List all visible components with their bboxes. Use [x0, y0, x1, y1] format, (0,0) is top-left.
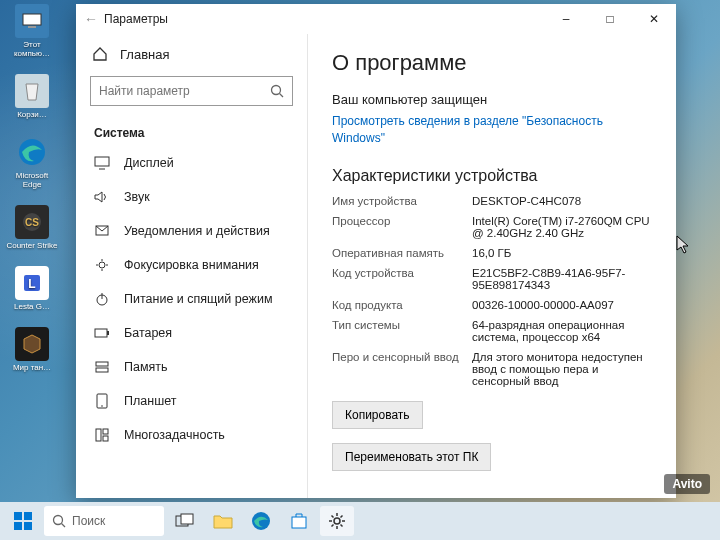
desktop-icons-column: Этот компью… Корзи… Microsoft Edge CSCou… — [6, 4, 58, 372]
sidebar: Главная Система Дисплей Звук Уведомления… — [76, 34, 308, 498]
settings-window: ← Параметры – □ ✕ Главная Система Диспле… — [76, 4, 676, 498]
sidebar-section-label: Система — [76, 116, 307, 146]
sidebar-item-sound[interactable]: Звук — [76, 180, 307, 214]
spec-key-pen-touch: Перо и сенсорный ввод — [332, 351, 462, 387]
desktop-icon-cs[interactable]: CSCounter Strike — [6, 205, 58, 250]
svg-line-8 — [280, 94, 284, 98]
start-button[interactable] — [6, 506, 40, 536]
svg-text:L: L — [28, 277, 35, 291]
spec-key-ram: Оперативная память — [332, 247, 462, 259]
watermark: Avito — [664, 474, 710, 494]
search-box[interactable] — [90, 76, 293, 106]
rename-pc-button[interactable]: Переименовать этот ПК — [332, 443, 491, 471]
svg-point-34 — [334, 518, 340, 524]
sidebar-item-focus[interactable]: Фокусировка внимания — [76, 248, 307, 282]
window-title: Параметры — [104, 12, 168, 26]
maximize-button[interactable]: □ — [588, 4, 632, 34]
svg-rect-17 — [96, 362, 108, 366]
device-specs-grid: Имя устройства DESKTOP-C4HC078 Процессор… — [332, 195, 652, 387]
desktop-icon-this-pc[interactable]: Этот компью… — [6, 4, 58, 58]
copy-button[interactable]: Копировать — [332, 401, 423, 429]
power-icon — [94, 291, 110, 307]
nav-label: Память — [124, 360, 168, 374]
svg-rect-18 — [96, 368, 108, 372]
taskbar-app-store[interactable] — [282, 506, 316, 536]
security-link[interactable]: Просмотреть сведения в разделе "Безопасн… — [332, 113, 652, 147]
storage-icon — [94, 359, 110, 375]
sidebar-item-display[interactable]: Дисплей — [76, 146, 307, 180]
nav-label: Звук — [124, 190, 150, 204]
svg-line-29 — [62, 524, 66, 528]
spec-val-device-id: E21C5BF2-C8B9-41A6-95F7-95E898174343 — [472, 267, 652, 291]
notifications-icon — [94, 223, 110, 239]
taskbar-app-explorer[interactable] — [206, 506, 240, 536]
spec-key-cpu: Процессор — [332, 215, 462, 239]
svg-rect-15 — [95, 329, 107, 337]
taskbar-search-label: Поиск — [72, 514, 105, 528]
svg-rect-16 — [107, 331, 109, 335]
desktop-icon-label: Мир тан… — [13, 363, 51, 372]
titlebar[interactable]: ← Параметры – □ ✕ — [76, 4, 676, 34]
svg-point-12 — [99, 262, 105, 268]
home-icon — [92, 46, 108, 62]
sidebar-home[interactable]: Главная — [90, 40, 293, 68]
page-heading: О программе — [332, 50, 652, 76]
svg-rect-23 — [103, 436, 108, 441]
svg-point-28 — [54, 516, 63, 525]
protected-label: Ваш компьютер защищен — [332, 92, 652, 107]
taskbar[interactable]: Поиск — [0, 502, 720, 540]
content-pane: О программе Ваш компьютер защищен Просмо… — [308, 34, 676, 498]
desktop-icon-label: Microsoft Edge — [6, 171, 58, 189]
svg-rect-21 — [96, 429, 101, 441]
desktop-icon-lesta[interactable]: LLesta G… — [6, 266, 58, 311]
search-input[interactable] — [99, 84, 262, 98]
svg-point-7 — [272, 86, 281, 95]
taskbar-app-settings[interactable] — [320, 506, 354, 536]
spec-key-system-type: Тип системы — [332, 319, 462, 343]
svg-rect-22 — [103, 429, 108, 434]
svg-rect-26 — [14, 522, 22, 530]
nav-label: Уведомления и действия — [124, 224, 270, 238]
spec-key-device-name: Имя устройства — [332, 195, 462, 207]
desktop-icon-label: Этот компью… — [6, 40, 58, 58]
desktop-icon-recycle[interactable]: Корзи… — [6, 74, 58, 119]
nav-label: Батарея — [124, 326, 172, 340]
battery-icon — [94, 325, 110, 341]
sidebar-item-power[interactable]: Питание и спящий режим — [76, 282, 307, 316]
desktop-icon-label: Counter Strike — [6, 241, 57, 250]
taskbar-search[interactable]: Поиск — [44, 506, 164, 536]
taskbar-app-edge[interactable] — [244, 506, 278, 536]
desktop-icon-wot[interactable]: Мир тан… — [6, 327, 58, 372]
nav-label: Дисплей — [124, 156, 174, 170]
sidebar-item-battery[interactable]: Батарея — [76, 316, 307, 350]
display-icon — [94, 155, 110, 171]
sidebar-item-notifications[interactable]: Уведомления и действия — [76, 214, 307, 248]
sidebar-nav: Дисплей Звук Уведомления и действия Фоку… — [76, 146, 307, 452]
sidebar-home-label: Главная — [120, 47, 169, 62]
sidebar-item-multitask[interactable]: Многозадачность — [76, 418, 307, 452]
minimize-button[interactable]: – — [544, 4, 588, 34]
spec-key-device-id: Код устройства — [332, 267, 462, 291]
taskview-button[interactable] — [168, 506, 202, 536]
close-button[interactable]: ✕ — [632, 4, 676, 34]
spec-val-system-type: 64-разрядная операционная система, проце… — [472, 319, 652, 343]
spec-key-product-id: Код продукта — [332, 299, 462, 311]
nav-label: Питание и спящий режим — [124, 292, 272, 306]
svg-point-20 — [101, 405, 103, 407]
svg-rect-0 — [23, 14, 41, 25]
sidebar-item-tablet[interactable]: Планшет — [76, 384, 307, 418]
back-icon[interactable]: ← — [84, 11, 98, 27]
desktop-icon-label: Корзи… — [17, 110, 47, 119]
svg-rect-9 — [95, 157, 109, 166]
svg-rect-27 — [24, 522, 32, 530]
sidebar-item-storage[interactable]: Память — [76, 350, 307, 384]
specs-heading: Характеристики устройства — [332, 167, 652, 185]
focus-icon — [94, 257, 110, 273]
nav-label: Многозадачность — [124, 428, 225, 442]
svg-rect-1 — [28, 26, 36, 28]
nav-label: Планшет — [124, 394, 176, 408]
desktop-icon-label: Lesta G… — [14, 302, 50, 311]
desktop-icon-edge[interactable]: Microsoft Edge — [6, 135, 58, 189]
svg-rect-25 — [24, 512, 32, 520]
sound-icon — [94, 189, 110, 205]
